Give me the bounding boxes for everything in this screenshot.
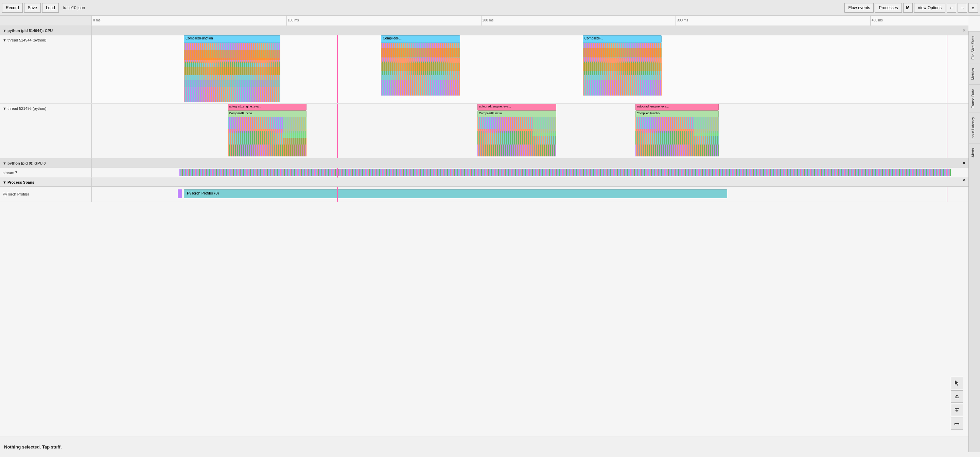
cpu-section-lane [92,26,963,35]
compiled-functio-1[interactable]: CompiledFunctio... [228,110,307,117]
load-button[interactable]: Load [42,3,59,13]
svg-rect-34 [694,117,719,136]
svg-rect-30 [283,138,307,157]
fit-width-button[interactable] [951,417,963,430]
svg-rect-39 [180,169,951,176]
pytorch-row: PyTorch Profiler PyTorch Profiler (0) [0,187,969,202]
scroll-up-button[interactable] [951,390,963,403]
vert-line-1 [337,35,338,103]
scroll-down-button[interactable] [951,404,963,416]
ruler-label-spacer [0,16,92,26]
thread514944-bars-2 [381,43,460,96]
compiled-fn-2[interactable]: CompiledF... [381,35,460,43]
nav-right-button[interactable]: → [958,3,967,13]
stream7-bars [180,169,951,176]
alerts-tab[interactable]: Alerts [969,144,980,161]
thread521496-lane[interactable]: autograd::engine::eva... CompiledFunctio… [92,104,969,158]
cpu-section-header: ▼ python (pid 514944): CPU ✕ [0,26,969,35]
svg-rect-32 [533,117,557,136]
stream7-row: stream 7 [0,168,969,178]
m-button[interactable]: M [903,3,913,13]
time-ruler: 0 ms 100 ms 200 ms 300 ms 400 ms [92,16,969,26]
processes-button[interactable]: Processes [875,3,902,13]
input-latency-tab[interactable]: Input Latency [969,113,980,144]
process-spans-header: ▼ Process Spans ✕ [0,178,969,187]
svg-rect-15 [381,63,460,71]
process-spans-spacer [92,178,963,186]
pytorch-pre-block [178,189,182,198]
svg-rect-12 [184,80,280,87]
nav-left-button[interactable]: ← [947,3,956,13]
pointer-tool[interactable] [951,377,963,389]
tick-100ms: 100 ms [286,16,299,26]
view-options-button[interactable]: View Options [914,3,945,13]
thread514944-bars-3 [583,43,662,96]
filename-label: trace10.json [63,5,85,10]
svg-rect-14 [381,48,460,58]
svg-marker-40 [955,380,959,385]
svg-rect-11 [184,67,280,75]
right-tabs: File Size Stats Metrics Frame Data Input… [969,31,980,452]
thread521496-bars-2 [477,117,556,157]
status-text: Nothing selected. Tap stuff. [4,444,62,449]
pytorch-bar[interactable]: PyTorch Profiler (0) [184,189,727,198]
vert-line-8 [947,187,947,201]
gpu-section-label[interactable]: ▼ python (pid 0): GPU 0 [0,158,92,168]
vert-line-4 [947,104,947,158]
stream7-label: stream 7 [0,168,92,177]
autograd-2[interactable]: autograd::engine::eva... [477,104,556,110]
gpu-section-header: ▼ python (pid 0): GPU 0 ✕ [0,158,969,168]
pytorch-label: PyTorch Profiler [0,187,92,201]
thread521496-row: ▼ thread 521496 (python) autograd::engin… [0,104,969,158]
record-button[interactable]: Record [2,3,23,13]
flow-events-button[interactable]: Flow events [845,3,873,13]
process-spans-label[interactable]: ▼ Process Spans [0,178,92,186]
vert-line-3 [337,104,338,158]
nav-expand-button[interactable]: » [969,3,978,13]
pytorch-lane[interactable]: PyTorch Profiler (0) [92,187,969,201]
compiled-functio-2[interactable]: CompiledFunctio... [477,110,556,117]
toolbar: Record Save Load trace10.json Flow event… [0,0,980,16]
svg-rect-17 [583,48,662,58]
main-content: 0 ms 100 ms 200 ms 300 ms 400 ms ▼ pytho… [0,16,969,436]
thread514944-bars-1 [184,43,280,102]
compiled-functio-3[interactable]: CompiledFunctio... [635,110,719,117]
save-button[interactable]: Save [24,3,41,13]
cpu-section-label[interactable]: ▼ python (pid 514944): CPU [0,26,92,35]
cpu-section-close[interactable]: ✕ [963,28,966,33]
process-spans-close[interactable]: ✕ [963,178,966,186]
tick-300ms: 300 ms [676,16,688,26]
metrics-tab[interactable]: Metrics [969,64,980,84]
status-bar: Nothing selected. Tap stuff. [0,436,980,457]
frame-data-tab[interactable]: Frame Data [969,84,980,113]
thread521496-bars-1 [228,117,307,157]
compiled-fn-1[interactable]: CompiledFunction [184,35,280,43]
thread514944-row: ▼ thread 514944 (python) CompiledFunctio… [0,35,969,104]
tick-0ms: 0 ms [92,16,100,26]
tick-400ms: 400 ms [870,16,883,26]
gpu-section-close[interactable]: ✕ [963,161,966,166]
svg-rect-29 [283,117,307,138]
thread521496-label: ▼ thread 521496 (python) [0,104,92,158]
thread514944-lane[interactable]: CompiledFunction [92,35,969,103]
stream7-lane[interactable] [92,168,969,177]
thread521496-bars-3 [635,117,719,157]
svg-rect-18 [583,63,662,71]
scroll-controls [951,377,963,430]
svg-rect-10 [184,50,280,60]
vert-line-2 [947,35,947,103]
toolbar-right: Flow events Processes M View Options ← →… [845,3,978,13]
tick-200ms: 200 ms [481,16,494,26]
gpu-section-lane [92,158,963,168]
autograd-1[interactable]: autograd::engine::eva... [228,104,307,110]
thread514944-label: ▼ thread 514944 (python) [0,35,92,103]
file-size-stats-tab[interactable]: File Size Stats [969,31,980,64]
compiled-fn-3[interactable]: CompiledF... [583,35,662,43]
time-ruler-row: 0 ms 100 ms 200 ms 300 ms 400 ms [0,16,969,26]
autograd-3[interactable]: autograd::engine::eva... [635,104,719,110]
